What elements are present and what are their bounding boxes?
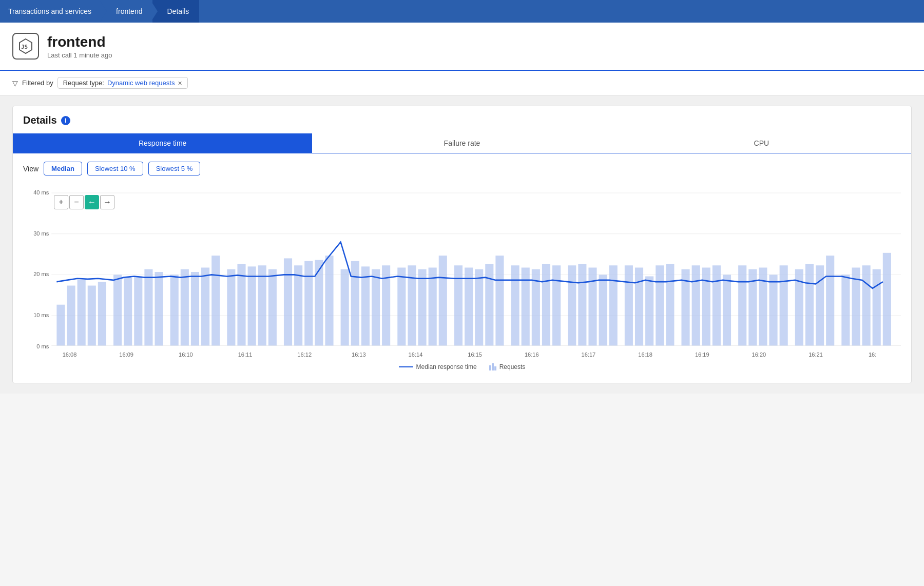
- details-header: Details i: [13, 106, 911, 126]
- svg-rect-84: [873, 269, 881, 346]
- svg-rect-25: [201, 268, 209, 346]
- svg-rect-19: [134, 277, 142, 346]
- svg-rect-80: [826, 256, 834, 345]
- svg-rect-52: [511, 265, 519, 345]
- service-name: frontend: [47, 34, 112, 50]
- view-slowest10-button[interactable]: Slowest 10 %: [87, 162, 143, 175]
- svg-rect-32: [284, 258, 292, 345]
- filter-icon: ▽: [12, 79, 18, 87]
- legend-line-indicator: [399, 366, 413, 367]
- service-icon: JS: [12, 33, 39, 60]
- svg-rect-68: [692, 265, 700, 345]
- svg-rect-24: [191, 272, 199, 345]
- svg-text:16:18: 16:18: [638, 351, 652, 357]
- svg-rect-78: [805, 264, 814, 345]
- filter-close-button[interactable]: ×: [178, 80, 182, 87]
- zoom-out-button[interactable]: −: [69, 195, 84, 209]
- svg-text:16:17: 16:17: [582, 351, 596, 357]
- breadcrumb-nav: Transactions and services frontend Detai…: [0, 0, 924, 23]
- svg-text:20 ms: 20 ms: [33, 271, 49, 277]
- svg-rect-14: [78, 280, 86, 346]
- tabs-row: Response time Failure rate CPU: [13, 133, 911, 153]
- pan-left-button[interactable]: ←: [85, 195, 99, 209]
- svg-text:30 ms: 30 ms: [33, 230, 49, 237]
- view-label: View: [23, 165, 38, 173]
- svg-rect-55: [542, 264, 550, 345]
- svg-text:16:12: 16:12: [297, 351, 312, 357]
- filter-bar: ▽ Filtered by Request type: Dynamic web …: [0, 71, 924, 95]
- breadcrumb-item-details[interactable]: Details: [152, 0, 199, 23]
- svg-text:16:09: 16:09: [119, 351, 133, 357]
- svg-rect-72: [738, 265, 746, 345]
- svg-rect-23: [181, 269, 189, 346]
- svg-rect-46: [439, 256, 447, 345]
- svg-rect-47: [454, 265, 463, 345]
- svg-text:16:16: 16:16: [525, 351, 539, 357]
- svg-text:10 ms: 10 ms: [33, 312, 49, 318]
- svg-rect-48: [465, 268, 473, 346]
- main-content: Details i Response time Failure rate CPU…: [0, 95, 924, 394]
- svg-rect-79: [816, 265, 824, 345]
- svg-rect-60: [599, 275, 607, 345]
- svg-rect-65: [656, 265, 664, 345]
- tab-response-time[interactable]: Response time: [13, 133, 312, 153]
- svg-rect-12: [56, 305, 65, 346]
- svg-rect-57: [568, 265, 576, 345]
- service-last-call: Last call 1 minute ago: [47, 51, 112, 59]
- filter-prefix: Filtered by: [22, 79, 53, 87]
- view-slowest5-button[interactable]: Slowest 5 %: [148, 162, 201, 175]
- zoom-in-button[interactable]: +: [54, 195, 68, 209]
- service-info: frontend Last call 1 minute ago: [47, 34, 112, 59]
- svg-rect-76: [780, 265, 788, 345]
- svg-text:16:: 16:: [869, 351, 876, 357]
- view-row: View Median Slowest 10 % Slowest 5 %: [13, 153, 911, 180]
- svg-rect-20: [144, 269, 152, 346]
- zoom-controls: + − ← →: [54, 195, 114, 209]
- svg-rect-39: [361, 266, 370, 345]
- svg-rect-37: [341, 269, 349, 346]
- nodejs-icon: JS: [17, 38, 34, 54]
- svg-text:16:11: 16:11: [238, 351, 253, 357]
- svg-rect-36: [325, 256, 333, 345]
- svg-text:16:14: 16:14: [409, 351, 423, 357]
- pan-right-button[interactable]: →: [100, 195, 114, 209]
- svg-text:40 ms: 40 ms: [33, 189, 49, 196]
- svg-rect-81: [841, 275, 850, 345]
- svg-text:16:13: 16:13: [352, 351, 366, 357]
- tab-failure-rate[interactable]: Failure rate: [312, 133, 611, 153]
- tab-cpu[interactable]: CPU: [612, 133, 911, 153]
- details-card: Details i Response time Failure rate CPU…: [12, 106, 912, 383]
- svg-rect-62: [625, 265, 633, 345]
- svg-rect-35: [315, 260, 323, 346]
- svg-rect-40: [372, 269, 380, 346]
- svg-rect-83: [862, 265, 871, 345]
- svg-rect-64: [645, 277, 653, 346]
- svg-rect-17: [113, 275, 122, 345]
- svg-text:16:20: 16:20: [752, 351, 766, 357]
- svg-rect-59: [588, 268, 596, 346]
- legend-bar-indicator: [489, 363, 496, 370]
- breadcrumb-item-frontend[interactable]: frontend: [102, 0, 152, 23]
- breadcrumb-item-transactions[interactable]: Transactions and services: [0, 0, 102, 23]
- svg-rect-38: [351, 261, 359, 346]
- svg-rect-31: [268, 269, 277, 346]
- filter-value: Dynamic web requests: [107, 79, 175, 87]
- chart-legend: Median response time Requests: [23, 359, 901, 373]
- legend-line-label: Median response time: [416, 363, 477, 370]
- svg-text:16:10: 16:10: [179, 351, 193, 357]
- svg-rect-58: [578, 264, 586, 345]
- chart-area: + − ← → 40 ms 30 ms 20 ms 10 ms 0 ms: [13, 180, 911, 383]
- svg-rect-70: [713, 265, 721, 345]
- svg-text:16:21: 16:21: [808, 351, 823, 357]
- svg-rect-42: [397, 268, 406, 346]
- svg-rect-85: [883, 253, 891, 346]
- svg-rect-29: [248, 266, 256, 345]
- view-median-button[interactable]: Median: [44, 162, 82, 175]
- svg-rect-74: [759, 268, 767, 346]
- service-header: JS frontend Last call 1 minute ago: [0, 23, 924, 71]
- info-icon[interactable]: i: [61, 116, 70, 125]
- svg-rect-66: [666, 264, 674, 345]
- svg-rect-63: [635, 268, 643, 346]
- svg-rect-51: [495, 256, 504, 345]
- details-title: Details: [23, 114, 57, 126]
